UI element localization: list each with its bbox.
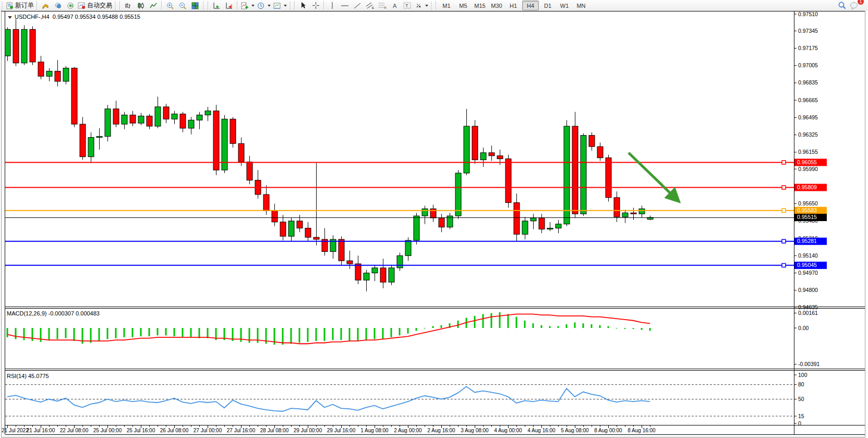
text-label-tool-button[interactable]: T — [401, 1, 414, 10]
macd-signal-value: 0.000483 — [76, 310, 100, 317]
price-axis-label: 0.95650 — [798, 200, 818, 206]
text-tool-button[interactable]: A — [389, 1, 401, 10]
time-axis-label: 8 Aug 16:00 — [628, 428, 656, 433]
timeframe-button-H1[interactable]: H1 — [505, 1, 521, 10]
toolbar-separator — [161, 1, 162, 10]
macd-histogram-bar — [591, 324, 593, 328]
toolbar-grip[interactable] — [289, 2, 292, 10]
macd-histogram-bar — [599, 325, 601, 328]
timeframe-button-M30[interactable]: M30 — [489, 1, 504, 10]
indicators-button[interactable] — [239, 1, 256, 10]
macd-axis-label: 0.00161 — [798, 310, 818, 316]
candlestick-mode-button[interactable] — [135, 1, 147, 10]
candle — [455, 170, 461, 219]
macd-histogram-bar — [240, 328, 242, 342]
zoom-in-icon — [166, 2, 174, 10]
toolbar-grip[interactable] — [202, 2, 205, 10]
macd-histogram-bar — [633, 328, 634, 329]
signals-button[interactable] — [64, 1, 77, 10]
bar-chart-icon — [124, 2, 132, 10]
macd-histogram-bar — [549, 326, 551, 328]
macd-histogram-bar — [299, 328, 300, 343]
zoom-in-button[interactable] — [164, 1, 176, 10]
tile-windows-button[interactable] — [189, 1, 201, 10]
svg-text:T: T — [405, 3, 408, 8]
candle — [21, 26, 27, 65]
arrows-tool-button[interactable] — [414, 1, 429, 10]
candlestick-icon — [137, 2, 145, 10]
collapse-icon[interactable] — [8, 16, 12, 19]
main-toolbar: 新订单 自动交易 E F A — [0, 0, 868, 11]
timeframe-button-H4[interactable]: H4 — [522, 1, 539, 10]
time-axis-label: 3 Aug 08:00 — [461, 428, 489, 433]
price-badge-label: 0.95281 — [797, 238, 817, 244]
macd-histogram-bar — [15, 328, 17, 339]
trendline-tool-button[interactable] — [351, 1, 364, 10]
timeframe-button-M1[interactable]: M1 — [439, 1, 454, 10]
timeframe-button-M15[interactable]: M15 — [472, 1, 488, 10]
vertical-line-tool-button[interactable] — [326, 1, 339, 10]
price-level-handle[interactable] — [782, 161, 786, 164]
notifications-button[interactable]: 1 — [848, 1, 861, 10]
price-axis-label: 0.97345 — [798, 28, 818, 34]
price-level-handle[interactable] — [782, 186, 786, 189]
macd-indicator-label: MACD(12,26,9) -0.000307 0.000483 — [7, 310, 100, 317]
auto-scroll-button[interactable] — [210, 1, 223, 10]
macd-histogram-bar — [399, 328, 401, 335]
price-axis-label: 0.96665 — [798, 97, 818, 103]
price-axis-label: 0.97005 — [798, 62, 818, 68]
channel-tool-button[interactable]: E — [364, 1, 376, 10]
line-chart-mode-button[interactable] — [147, 1, 160, 10]
macd-histogram-bar — [349, 328, 351, 341]
macd-histogram-bar — [491, 313, 492, 328]
timeframe-button-MN[interactable]: MN — [573, 1, 589, 10]
time-axis-label: 29 Jul 00:00 — [294, 428, 322, 433]
macd-histogram-bar — [165, 328, 167, 335]
new-order-button[interactable]: 新订单 — [5, 1, 35, 10]
time-axis-label: 27 Jul 16:00 — [227, 428, 256, 433]
toolbar-grip[interactable] — [114, 2, 117, 10]
chart-ohlc-values: 0.95497 0.95534 0.95488 0.95515 — [53, 14, 140, 20]
macd-histogram-bar — [382, 328, 384, 339]
macd-histogram-bar — [190, 328, 192, 337]
periods-button[interactable] — [256, 1, 272, 10]
timeframe-button-W1[interactable]: W1 — [557, 1, 572, 10]
price-level-handle[interactable] — [782, 209, 786, 212]
crosshair-tool-button[interactable] — [309, 1, 322, 10]
toolbar-grip[interactable] — [1, 2, 4, 10]
search-button[interactable] — [836, 1, 848, 10]
zoom-out-button[interactable] — [176, 1, 189, 10]
templates-button[interactable] — [272, 1, 288, 10]
time-axis-label: 8 Aug 00:00 — [594, 428, 622, 433]
cursor-tool-button[interactable] — [297, 1, 309, 10]
rsi-axis-label: 0 — [798, 420, 801, 427]
mt4-application: 新订单 自动交易 E F A — [0, 0, 868, 438]
time-axis-label: 5 Aug 08:00 — [561, 428, 589, 433]
macd-histogram-bar — [115, 328, 117, 338]
macd-histogram-bar — [149, 328, 150, 336]
macd-histogram-bar — [132, 328, 134, 337]
chart-title: USDCHF-,H4 0.95497 0.95534 0.95488 0.955… — [8, 14, 140, 20]
chart-canvas[interactable]: 0.975100.973450.971750.970050.968350.966… — [0, 11, 868, 438]
timeframe-button-D1[interactable]: D1 — [540, 1, 556, 10]
price-level-handle[interactable] — [782, 263, 786, 267]
community-icon — [54, 2, 62, 10]
price-level-handle[interactable] — [782, 239, 786, 243]
chart-shift-button[interactable] — [223, 1, 235, 10]
timeframe-button-M5[interactable]: M5 — [455, 1, 471, 10]
toolbar-separator — [119, 1, 120, 10]
community-button[interactable] — [52, 1, 64, 10]
tile-windows-icon — [191, 2, 199, 10]
fibonacci-tool-button[interactable]: F — [376, 1, 389, 10]
chart-shift-icon — [225, 2, 233, 10]
bar-chart-mode-button[interactable] — [122, 1, 135, 10]
price-axis-label: 0.96835 — [798, 79, 818, 86]
macd-histogram-bar — [624, 328, 626, 329]
price-axis-label: 0.95990 — [798, 166, 818, 172]
autotrading-button[interactable]: 自动交易 — [77, 1, 113, 10]
horizontal-line-tool-button[interactable] — [339, 1, 351, 10]
macd-histogram-bar — [558, 326, 559, 328]
toolbar-grip[interactable] — [430, 2, 433, 10]
macd-histogram-bar — [341, 328, 342, 340]
market-watch-button[interactable] — [39, 1, 52, 10]
